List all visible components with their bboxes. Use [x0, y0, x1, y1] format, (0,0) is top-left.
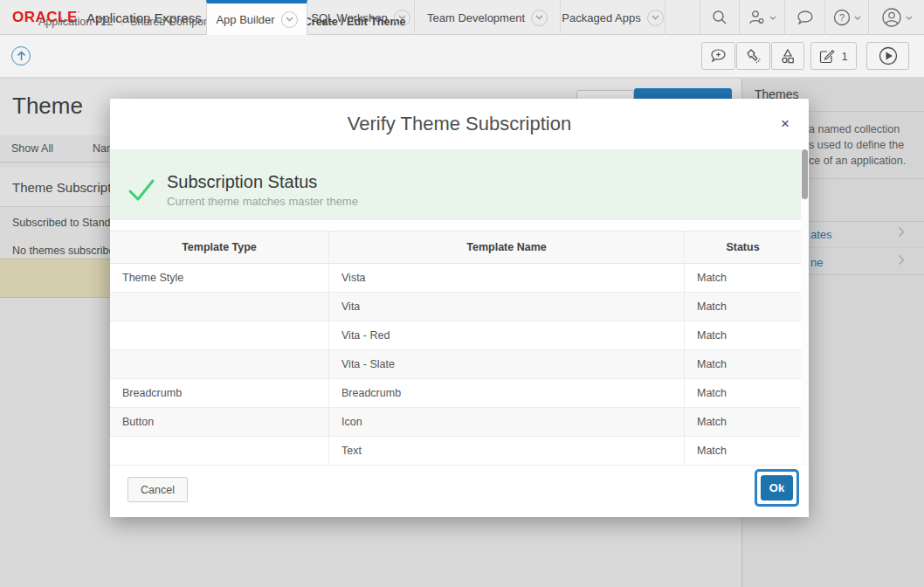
apex-window: ORACLE´ Application Express App Builder … [0, 0, 924, 587]
tab-sql-workshop[interactable]: SQL Workshop [307, 0, 415, 35]
status-cell: Match [685, 408, 801, 436]
subscription-status-text: Subscribed to Standa [12, 217, 117, 229]
panel-link-theme[interactable]: ne [810, 256, 823, 269]
up-level-button[interactable] [11, 46, 31, 66]
status-cell: Match [685, 293, 801, 321]
status-subtext: Current theme matches master theme [167, 195, 358, 208]
chat-bubble-icon [796, 10, 814, 24]
table-row: Theme Style Vista Match [110, 264, 801, 293]
run-application-button[interactable] [866, 42, 909, 70]
play-icon [879, 46, 898, 66]
breadcrumb-separator: \ [120, 16, 122, 28]
tab-app-builder[interactable]: App Builder [206, 0, 307, 35]
edit-pencil-icon [819, 48, 835, 64]
column-header: Status [685, 231, 801, 263]
table-row: Button Icon Match [110, 408, 801, 437]
no-themes-subscribed-text: No themes subscribe [12, 245, 114, 257]
success-check-icon [128, 178, 155, 203]
status-cell: Match [685, 437, 801, 465]
feedback-menu-button[interactable] [784, 0, 824, 35]
ok-button[interactable]: Ok [761, 475, 793, 501]
feedback-button[interactable] [701, 42, 735, 70]
cancel-button[interactable]: Cancel [128, 477, 188, 502]
table-row: Text Match [110, 437, 801, 466]
status-cell: Match [685, 379, 801, 407]
tab-packaged-apps[interactable]: Packaged Apps [561, 0, 665, 35]
dialog-title: Verify Theme Subscription [110, 99, 809, 149]
table-row: Vita - Red Match [110, 321, 801, 350]
status-cell: Match [685, 350, 801, 378]
scrollbar-thumb[interactable] [802, 149, 808, 199]
svg-text:?: ? [838, 12, 844, 23]
dialog-footer: Cancel Ok [110, 466, 809, 517]
dialog-scrollbar[interactable] [801, 149, 809, 466]
comment-plus-icon [710, 49, 727, 63]
chevron-down-icon [647, 10, 664, 26]
shapes-icon [780, 48, 796, 65]
help-icon: ? [833, 9, 851, 26]
chevron-down-icon [531, 10, 548, 26]
table-row: Vita - Slate Match [110, 350, 801, 379]
status-cell: Match [685, 264, 801, 292]
nav-utility-icons: ? [700, 0, 924, 35]
nav-tabs: App Builder SQL Workshop Team Developmen… [206, 0, 665, 35]
ok-button-focus-ring: Ok [755, 469, 799, 507]
search-button[interactable] [700, 0, 739, 35]
chevron-down-icon [906, 16, 913, 20]
table-row: Vita Match [110, 293, 801, 321]
chevron-down-icon [769, 16, 776, 20]
flashlight-icon [746, 48, 762, 64]
arrow-up-icon [17, 51, 26, 61]
edit-page-button[interactable]: 1 [810, 42, 857, 70]
close-icon[interactable]: × [774, 113, 796, 135]
status-heading: Subscription Status [167, 172, 317, 192]
theme-roller-button[interactable] [736, 42, 770, 70]
shared-components-button[interactable] [771, 42, 804, 70]
chevron-down-icon [854, 16, 861, 20]
verify-theme-subscription-dialog: Verify Theme Subscription × Subscription… [110, 99, 809, 517]
status-cell: Match [685, 321, 801, 349]
admin-user-icon [748, 10, 766, 25]
search-icon [712, 10, 727, 25]
tab-team-development[interactable]: Team Development [415, 0, 561, 35]
column-header: Template Name [329, 231, 685, 263]
side-panel-description: a named collection s used to define the … [809, 121, 906, 169]
edit-page-number: 1 [841, 50, 847, 63]
breadcrumb-item[interactable]: Application 722 [38, 16, 113, 28]
column-header: Template Type [110, 231, 329, 263]
chevron-right-icon [898, 226, 905, 238]
user-avatar-icon [881, 7, 902, 28]
chevron-down-icon [394, 10, 410, 26]
panel-link-templates[interactable]: ates [810, 228, 832, 241]
table-row: Breadcrumb Breadcrumb Match [110, 379, 801, 408]
account-menu-button[interactable] [868, 0, 924, 35]
template-verification-table: Template Type Template Name Status Theme… [110, 231, 801, 466]
administration-menu-button[interactable] [739, 0, 784, 35]
help-menu-button[interactable]: ? [824, 0, 868, 35]
subscription-status-banner: Subscription Status Current theme matche… [110, 149, 801, 220]
table-header-row: Template Type Template Name Status [110, 231, 801, 264]
tab-show-all[interactable]: Show All [11, 142, 53, 155]
chevron-down-icon [281, 11, 298, 28]
chevron-right-icon [898, 254, 905, 266]
page-title: Theme [12, 93, 83, 120]
